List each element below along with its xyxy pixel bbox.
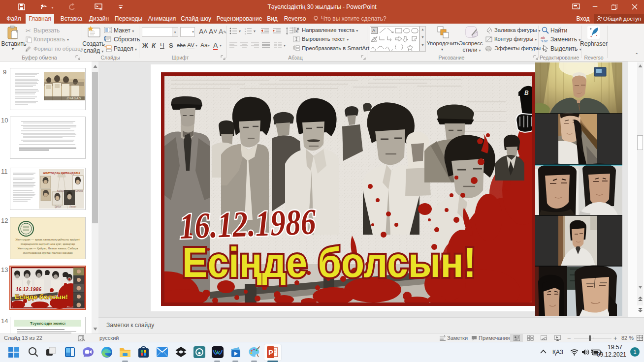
svg-text:P: P [268, 348, 273, 357]
svg-text:ZHAGAS: ZHAGAS [66, 96, 81, 100]
svg-text:Желтоқсан — Қайрат, Ләззат нам: Желтоқсан — Қайрат, Ләззат намыс Сабира [17, 247, 78, 250]
svg-text:А: А [297, 27, 299, 30]
svg-text:Ербол: Ербол [55, 206, 61, 208]
svg-text:Сәбира: Сәбира [75, 190, 83, 192]
svg-text:Есіңде болсын!: Есіңде болсын! [182, 239, 476, 286]
svg-text:Тәуелсіздік жемісі: Тәуелсіздік жемісі [30, 321, 65, 326]
svg-text:ЖЕЛТОҚСАН ҚҰРБАНДАРЫ: ЖЕЛТОҚСАН ҚҰРБАНДАРЫ [42, 172, 80, 175]
svg-text:16.12.1986: 16.12.1986 [16, 287, 41, 292]
svg-text:Ләззат: Ләззат [69, 206, 76, 208]
svg-text:Жаркөршілік көрүшіл өза қуат,: Жаркөршілік көрүшіл өза қуат, қазақлар [21, 242, 75, 245]
svg-text:Қайрат: Қайрат [57, 189, 64, 192]
svg-text:Желтоқсанда құрбан болған жанд: Желтоқсанда құрбан болған жандар [23, 251, 73, 254]
svg-text:Есіңде болсын!: Есіңде болсын! [15, 294, 68, 301]
svg-text:B: B [524, 90, 529, 96]
svg-text:A: A [372, 28, 375, 33]
svg-text:ac: ac [544, 39, 547, 43]
svg-text:Желтоқсан — қазақ халқының қай: Желтоқсан — қазақ халқының қайғылы қасір… [15, 238, 80, 241]
